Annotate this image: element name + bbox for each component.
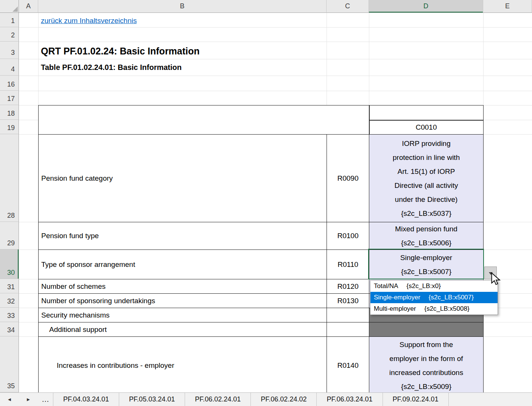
- select-all-button[interactable]: [0, 0, 19, 13]
- gridline: [369, 13, 369, 105]
- column-header-strip: A B C D E: [0, 0, 532, 13]
- gridline: [327, 13, 327, 105]
- cell-dropdown-button[interactable]: [484, 267, 497, 279]
- row-header-1[interactable]: 1: [0, 13, 19, 27]
- row-header-16[interactable]: 16: [0, 76, 19, 91]
- table-row: Pension fund type R0100 Mixed pension fu…: [39, 222, 484, 250]
- sheet-tab-pf-06-02-24-01[interactable]: PF.06.02.24.01: [185, 393, 250, 406]
- data-table: Pension fund category R0090 IORP providi…: [38, 134, 484, 392]
- table-row: Pension fund category R0090 IORP providi…: [39, 135, 484, 222]
- blocked-cell: [369, 322, 484, 337]
- page-title[interactable]: QRT PF.01.02.24: Basic Information: [41, 42, 200, 59]
- table-subtitle[interactable]: Table PF.01.02.24.01: Basic Information: [41, 59, 182, 76]
- row-header-19[interactable]: 19: [0, 120, 19, 134]
- table-row: Additional support: [39, 322, 484, 337]
- table-header-box: C0010: [38, 105, 484, 135]
- value-cell[interactable]: Support from the employer in the form of…: [369, 337, 484, 392]
- row-code-cell[interactable]: [327, 308, 369, 322]
- sheet-tab-pf-06-02-24-02[interactable]: PF.06.02.24.02: [250, 393, 316, 406]
- sheet-tab-pf-06-03-24-01[interactable]: PF.06.03.24.01: [316, 393, 382, 406]
- sheet-canvas: zurück zum Inhaltsverzeichnis QRT PF.01.…: [19, 13, 532, 392]
- row-code-cell[interactable]: R0130: [327, 294, 369, 308]
- validation-dropdown-list: Total/NA {s2c_LB:x0} Single-employer {s2…: [370, 280, 498, 315]
- row-header-3[interactable]: 3: [0, 42, 19, 59]
- option-label: Multi-employer: [374, 305, 416, 313]
- row-label-cell[interactable]: Pension fund category: [39, 135, 327, 222]
- row-code-cell[interactable]: [327, 322, 369, 337]
- option-label: Single-employer: [374, 294, 420, 301]
- row-header-4[interactable]: 4: [0, 59, 19, 76]
- option-code: {s2c_LB:x0}: [406, 282, 441, 290]
- option-label: Total/NA: [374, 282, 398, 290]
- chevron-down-icon: [489, 272, 493, 277]
- row-label-cell[interactable]: Number of sponsoring undertakings: [39, 294, 327, 308]
- gridline: [38, 13, 39, 105]
- gridline: [483, 13, 484, 105]
- table-row: Increases in contributions - employer R0…: [39, 337, 484, 392]
- dropdown-option-multi-employer[interactable]: Multi-employer {s2c_LB:x5008}: [370, 303, 498, 315]
- row-header-gutter: 1 2 3 4 16 17 18 19 28 29 30 31 32 33 34…: [0, 13, 19, 392]
- value-cell[interactable]: Mixed pension fund {s2c_LB:x5006}: [369, 222, 484, 250]
- sheet-tab-bar: ◄ ► … PF.04.03.24.01 PF.05.03.24.01 PF.0…: [0, 392, 532, 406]
- value-cell[interactable]: IORP providing protection in line with A…: [369, 135, 484, 222]
- row-label-cell[interactable]: Additional support: [39, 322, 327, 337]
- table-row: Type of sponsor arrangement R0110 Single…: [39, 250, 484, 279]
- value-cell-active[interactable]: Single-employer {s2c_LB:x5007}: [369, 250, 484, 279]
- column-header-b[interactable]: B: [38, 0, 327, 13]
- row-code-cell[interactable]: R0140: [327, 337, 369, 392]
- row-header-33[interactable]: 33: [0, 308, 19, 322]
- more-sheets-button[interactable]: …: [38, 393, 53, 406]
- column-header-a[interactable]: A: [19, 0, 38, 13]
- row-header-35[interactable]: 35: [0, 336, 19, 392]
- row-code-cell[interactable]: R0090: [327, 135, 369, 222]
- row-header-30[interactable]: 30: [0, 249, 19, 279]
- back-to-toc-link[interactable]: zurück zum Inhaltsverzeichnis: [41, 13, 137, 27]
- sheet-tab-pf-05-03-24-01[interactable]: PF.05.03.24.01: [119, 393, 185, 406]
- sheet-tab-pf-04-03-24-01[interactable]: PF.04.03.24.01: [53, 393, 119, 406]
- option-code: {s2c_LB:x5007}: [429, 294, 474, 301]
- gridline: [19, 27, 532, 28]
- row-code-cell[interactable]: R0100: [327, 222, 369, 250]
- dropdown-option-total-na[interactable]: Total/NA {s2c_LB:x0}: [370, 280, 498, 292]
- row-header-2[interactable]: 2: [0, 27, 19, 42]
- option-code: {s2c_LB:x5008}: [424, 305, 469, 313]
- row-label-cell[interactable]: Security mechanisms: [39, 308, 327, 322]
- row-header-31[interactable]: 31: [0, 279, 19, 293]
- row-code-cell[interactable]: R0120: [327, 279, 369, 294]
- gridline: [19, 76, 532, 76]
- row-label-cell[interactable]: Type of sponsor arrangement: [39, 250, 327, 279]
- column-header-d[interactable]: D: [369, 0, 483, 13]
- row-code-cell[interactable]: R0110: [327, 250, 369, 279]
- row-label-cell[interactable]: Pension fund type: [39, 222, 327, 250]
- prev-sheet-button[interactable]: ◄: [0, 393, 19, 406]
- row-header-28[interactable]: 28: [0, 134, 19, 222]
- row-header-18[interactable]: 18: [0, 105, 19, 120]
- dropdown-option-single-employer[interactable]: Single-employer {s2c_LB:x5007}: [370, 292, 498, 303]
- column-code-cell[interactable]: C0010: [369, 120, 483, 134]
- row-header-34[interactable]: 34: [0, 322, 19, 336]
- row-header-32[interactable]: 32: [0, 293, 19, 308]
- select-all-icon: [12, 6, 18, 12]
- column-header-e[interactable]: E: [483, 0, 532, 13]
- gridline: [19, 91, 532, 91]
- row-label-cell[interactable]: Increases in contributions - employer: [39, 337, 327, 392]
- row-label-cell[interactable]: Number of schemes: [39, 279, 327, 294]
- column-header-c[interactable]: C: [327, 0, 369, 13]
- row-header-17[interactable]: 17: [0, 91, 19, 105]
- row-header-29[interactable]: 29: [0, 222, 19, 249]
- sheet-tab-pf-09-02-24-01[interactable]: PF.09.02.24.01: [383, 393, 449, 406]
- next-sheet-button[interactable]: ►: [19, 393, 38, 406]
